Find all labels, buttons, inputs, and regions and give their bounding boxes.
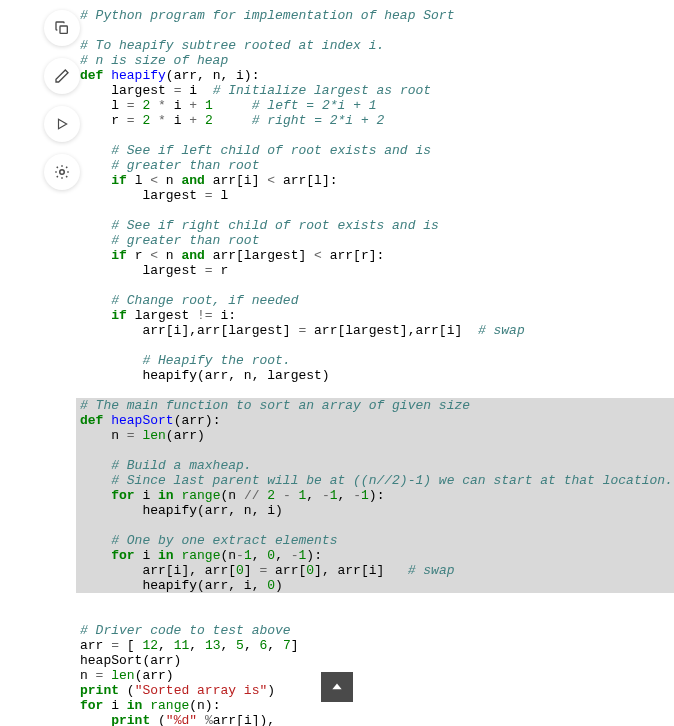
code-line: l = 2 * i + 1 # left = 2*i + 1 [80, 98, 377, 113]
code-line: # The main function to sort an array of … [80, 398, 470, 413]
copy-button[interactable] [44, 10, 80, 46]
code-line: # To heapify subtree rooted at index i. [80, 38, 384, 53]
code-line: print ("%d" %arr[i]), [80, 713, 275, 726]
code-line: if r < n and arr[largest] < arr[r]: [80, 248, 384, 263]
code-line: # greater than root [80, 233, 259, 248]
code-line: def heapSort(arr): [80, 413, 220, 428]
svg-line-5 [57, 167, 58, 168]
code-line: # Build a maxheap. [80, 458, 252, 473]
code-line: heapSort(arr) [80, 653, 181, 668]
code-line: r = 2 * i + 2 # right = 2*i + 2 [80, 113, 384, 128]
code-line: # Heapify the root. [80, 353, 291, 368]
scroll-top-button[interactable] [321, 672, 353, 702]
svg-marker-11 [332, 684, 341, 690]
svg-line-10 [66, 167, 67, 168]
code-line: n = len(arr) [80, 668, 174, 683]
code-line: # One by one extract elements [80, 533, 337, 548]
code-line: if l < n and arr[i] < arr[l]: [80, 173, 338, 188]
code-line: heapify(arr, i, 0) [80, 578, 283, 593]
code-line: arr[i],arr[largest] = arr[largest],arr[i… [80, 323, 525, 338]
code-line: # See if left child of root exists and i… [80, 143, 431, 158]
highlighted: # The main function to sort an array of … [76, 398, 674, 593]
code-line: largest = r [80, 263, 228, 278]
copy-icon [54, 20, 70, 36]
code-line: arr = [ 12, 11, 13, 5, 6, 7] [80, 638, 299, 653]
run-icon [55, 117, 69, 131]
code-line: arr[i], arr[0] = arr[0], arr[i] # swap [80, 563, 455, 578]
arrow-up-icon [330, 680, 344, 694]
code-line: # Change root, if needed [80, 293, 298, 308]
code-line: # Python program for implementation of h… [80, 8, 454, 23]
theme-icon [53, 163, 71, 181]
svg-rect-0 [60, 26, 67, 33]
code-line: largest = i # Initialize largest as root [80, 83, 431, 98]
code-line: for i in range(n // 2 - 1, -1, -1): [80, 488, 384, 503]
edit-button[interactable] [44, 58, 80, 94]
code-block[interactable]: # Python program for implementation of h… [80, 8, 670, 726]
code-line: n = len(arr) [80, 428, 205, 443]
code-toolbar [44, 10, 80, 190]
code-line: # Since last parent will be at ((n//2)-1… [80, 473, 673, 488]
code-line: heapify(arr, n, largest) [80, 368, 330, 383]
code-line: heapify(arr, n, i) [80, 503, 283, 518]
svg-line-9 [57, 176, 58, 177]
code-line: # Driver code to test above [80, 623, 291, 638]
code-line: print ("Sorted array is") [80, 683, 275, 698]
code-line: if largest != i: [80, 308, 236, 323]
svg-line-6 [66, 176, 67, 177]
code-line: # See if right child of root exists and … [80, 218, 439, 233]
run-button[interactable] [44, 106, 80, 142]
code-line: largest = l [80, 188, 228, 203]
code-line: for i in range(n): [80, 698, 220, 713]
code-line: # greater than root [80, 158, 259, 173]
svg-point-2 [60, 170, 65, 175]
code-line: # n is size of heap [80, 53, 228, 68]
svg-marker-1 [59, 119, 67, 128]
code-line: def heapify(arr, n, i): [80, 68, 259, 83]
code-line: for i in range(n-1, 0, -1): [80, 548, 322, 563]
theme-button[interactable] [44, 154, 80, 190]
edit-icon [54, 68, 70, 84]
